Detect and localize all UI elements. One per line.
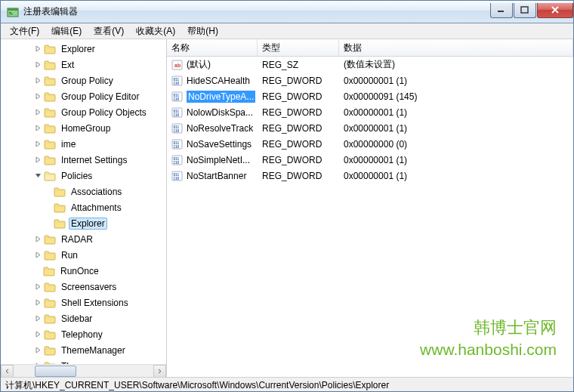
folder-icon bbox=[44, 345, 56, 356]
list-row[interactable]: 011 110 NoSaveSettings REG_DWORD 0x00000… bbox=[167, 136, 573, 152]
svg-rect-5 bbox=[521, 7, 528, 13]
cell-name: 011 110 NoSimpleNetI... bbox=[167, 154, 258, 166]
expand-icon[interactable] bbox=[32, 234, 43, 245]
tree-item-label: Group Policy bbox=[59, 75, 116, 87]
folder-icon bbox=[44, 313, 56, 324]
expand-icon[interactable] bbox=[32, 123, 43, 134]
cell-type: REG_DWORD bbox=[258, 91, 339, 102]
scroll-left-button[interactable] bbox=[1, 365, 14, 378]
scroll-track[interactable] bbox=[14, 365, 153, 378]
folder-icon bbox=[54, 202, 66, 213]
tree-item[interactable]: Attachments bbox=[1, 199, 166, 215]
cell-type: REG_DWORD bbox=[258, 107, 339, 118]
tree-item[interactable]: ThemeManager bbox=[1, 342, 166, 358]
tree-item[interactable]: Group Policy bbox=[1, 73, 166, 88]
tree-item[interactable]: Run bbox=[1, 247, 166, 263]
minimize-button[interactable] bbox=[490, 3, 513, 18]
expand-icon[interactable] bbox=[32, 139, 43, 150]
menu-file[interactable]: 文件(F) bbox=[4, 23, 45, 39]
reg-dword-icon: 011 110 bbox=[171, 154, 184, 166]
close-button[interactable] bbox=[537, 3, 573, 18]
tree-item[interactable]: Telephony bbox=[1, 326, 166, 342]
expand-icon[interactable] bbox=[32, 345, 43, 356]
watermark-text-cn: 韩博士官网 bbox=[420, 316, 557, 339]
expand-icon[interactable] bbox=[32, 91, 43, 102]
list-row[interactable]: 011 110 NoResolveTrack REG_DWORD 0x00000… bbox=[167, 120, 573, 136]
svg-text:110: 110 bbox=[174, 82, 180, 85]
reg-dword-icon: 011 110 bbox=[171, 75, 184, 87]
tree-item[interactable]: Internet Settings bbox=[1, 152, 166, 168]
tree-item[interactable]: Screensavers bbox=[1, 279, 166, 295]
tree-item[interactable]: Group Policy Editor bbox=[1, 88, 166, 104]
tree-item[interactable]: Themes bbox=[1, 358, 166, 364]
reg-dword-icon: 011 110 bbox=[171, 138, 184, 150]
svg-rect-2 bbox=[9, 12, 11, 13]
tree-item[interactable]: Group Policy Objects bbox=[1, 104, 166, 120]
list-row[interactable]: 011 110 HideSCAHealth REG_DWORD 0x000000… bbox=[167, 73, 573, 88]
tree-item[interactable]: RADAR bbox=[1, 231, 166, 247]
tree-horizontal-scrollbar[interactable] bbox=[1, 364, 166, 377]
tree-item[interactable]: Explorer bbox=[1, 215, 166, 231]
svg-text:ab: ab bbox=[174, 63, 181, 68]
scroll-right-button[interactable] bbox=[153, 365, 166, 378]
window-controls bbox=[489, 3, 573, 18]
expand-icon[interactable] bbox=[32, 329, 43, 340]
header-data[interactable]: 数据 bbox=[339, 39, 573, 56]
registry-tree[interactable]: Explorer Ext Group Policy Group Policy E… bbox=[1, 39, 166, 364]
menu-edit[interactable]: 编辑(E) bbox=[45, 23, 88, 39]
tree-item[interactable]: Associations bbox=[1, 184, 166, 199]
menu-help[interactable]: 帮助(H) bbox=[181, 23, 224, 39]
collapse-icon[interactable] bbox=[32, 171, 43, 181]
tree-item[interactable]: Policies bbox=[1, 168, 166, 184]
tree-item[interactable]: Explorer bbox=[1, 41, 166, 57]
expand-icon[interactable] bbox=[32, 282, 43, 292]
list-row[interactable]: 011 110 NoStartBanner REG_DWORD 0x000000… bbox=[167, 168, 573, 184]
scroll-thumb[interactable] bbox=[35, 366, 76, 377]
reg-sz-icon: ab bbox=[171, 59, 184, 71]
list-row[interactable]: ab (默认) REG_SZ (数值未设置) bbox=[167, 57, 573, 73]
cell-name: 011 110 NoSaveSettings bbox=[167, 138, 258, 150]
folder-icon bbox=[44, 123, 56, 134]
cell-name: ab (默认) bbox=[167, 58, 258, 71]
tree-item-label: Telephony bbox=[59, 329, 105, 341]
values-list[interactable]: ab (默认) REG_SZ (数值未设置) 011 110 HideSCAHe… bbox=[167, 57, 573, 184]
folder-icon bbox=[44, 329, 56, 340]
maximize-button[interactable] bbox=[514, 3, 536, 18]
tree-item[interactable]: Shell Extensions bbox=[1, 295, 166, 310]
menu-view[interactable]: 查看(V) bbox=[88, 23, 130, 39]
folder-icon bbox=[43, 266, 55, 276]
expand-icon[interactable] bbox=[32, 313, 43, 324]
expand-icon[interactable] bbox=[32, 155, 43, 165]
expand-icon[interactable] bbox=[32, 250, 43, 261]
tree-item-label: Screensavers bbox=[59, 281, 119, 293]
expand-icon[interactable] bbox=[32, 44, 43, 54]
tree-item-label: ime bbox=[59, 138, 78, 150]
tree-item[interactable]: ime bbox=[1, 136, 166, 152]
tree-item[interactable]: RunOnce bbox=[1, 263, 166, 279]
list-row[interactable]: 011 110 NolowDiskSpa... REG_DWORD 0x0000… bbox=[167, 104, 573, 120]
expand-icon[interactable] bbox=[32, 76, 43, 86]
folder-icon bbox=[44, 234, 56, 245]
expand-icon[interactable] bbox=[32, 298, 43, 308]
tree-item[interactable]: Sidebar bbox=[1, 310, 166, 326]
svg-rect-3 bbox=[9, 14, 13, 14]
cell-data: 0x00000001 (1) bbox=[339, 171, 573, 181]
cell-name: 011 110 NoDriveTypeA... bbox=[167, 91, 258, 103]
list-row[interactable]: 011 110 NoDriveTypeA... REG_DWORD 0x0000… bbox=[167, 88, 573, 104]
header-name[interactable]: 名称 bbox=[167, 39, 258, 56]
values-header: 名称 类型 数据 bbox=[167, 39, 573, 57]
tree-item[interactable]: Ext bbox=[1, 57, 166, 73]
tree-item-label: Associations bbox=[69, 186, 124, 198]
watermark-text-url: www.hanboshi.com bbox=[420, 341, 557, 359]
expand-icon[interactable] bbox=[32, 107, 43, 118]
reg-dword-icon: 011 110 bbox=[171, 170, 184, 182]
list-row[interactable]: 011 110 NoSimpleNetI... REG_DWORD 0x0000… bbox=[167, 152, 573, 168]
cell-type: REG_DWORD bbox=[258, 171, 339, 181]
content-area: Explorer Ext Group Policy Group Policy E… bbox=[1, 39, 573, 377]
header-type[interactable]: 类型 bbox=[258, 39, 339, 56]
expand-icon[interactable] bbox=[32, 60, 43, 70]
tree-item[interactable]: HomeGroup bbox=[1, 120, 166, 136]
tree-item-label: RunOnce bbox=[58, 265, 101, 277]
menu-favorites[interactable]: 收藏夹(A) bbox=[130, 23, 181, 39]
tree-item-label: Attachments bbox=[69, 202, 124, 214]
